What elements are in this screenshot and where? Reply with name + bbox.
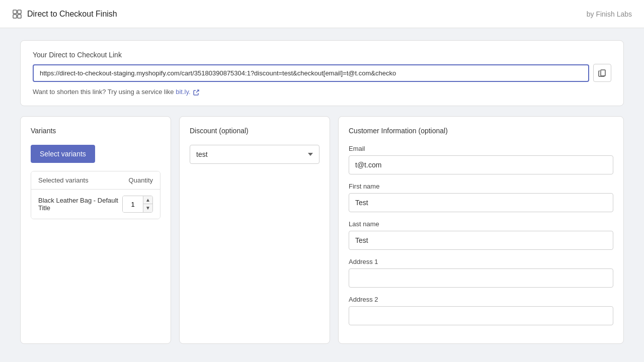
svg-rect-0 <box>13 10 17 14</box>
email-label: Email <box>349 145 613 152</box>
checkout-link-input[interactable] <box>33 64 589 82</box>
svg-rect-4 <box>601 70 605 76</box>
svg-rect-1 <box>18 10 21 14</box>
address2-label: Address 2 <box>349 296 613 303</box>
clipboard-icon <box>598 69 606 77</box>
link-label: Your Direct to Checkout Link <box>33 51 611 59</box>
discount-select[interactable]: test <box>190 145 319 164</box>
bitly-link[interactable]: bit.ly. <box>176 88 199 96</box>
link-input-row <box>33 64 611 82</box>
variants-panel-title: Variants <box>31 127 160 135</box>
variant-name: Black Leather Bag - Default Title <box>38 197 122 212</box>
quantity-col-header: Quantity <box>129 176 153 184</box>
address1-input[interactable] <box>349 268 613 288</box>
quantity-spinner: ▲ ▼ <box>122 196 153 213</box>
header-byline: by Finish Labs <box>587 10 632 18</box>
grid-icon <box>12 9 22 19</box>
address1-field-group: Address 1 <box>349 258 613 288</box>
firstname-field-group: First name <box>349 183 613 212</box>
email-field-group: Email <box>349 145 613 174</box>
discount-panel-title: Discount (optional) <box>190 127 319 135</box>
svg-rect-2 <box>13 15 17 18</box>
customer-panel-title: Customer Information (optional) <box>349 127 613 135</box>
address2-field-group: Address 2 <box>349 296 613 325</box>
header-left: Direct to Checkout Finish <box>12 9 117 19</box>
three-columns: Variants Select variants Selected varian… <box>20 116 624 344</box>
variants-table: Selected variants Quantity Black Leather… <box>31 171 160 219</box>
quantity-up-arrow[interactable]: ▲ <box>143 196 152 204</box>
header: Direct to Checkout Finish by Finish Labs <box>0 0 644 28</box>
address1-label: Address 1 <box>349 258 613 265</box>
quantity-down-arrow[interactable]: ▼ <box>143 204 152 212</box>
copy-link-button[interactable] <box>593 64 611 82</box>
shorten-suggestion: Want to shorten this link? Try using a s… <box>33 88 611 96</box>
table-row: Black Leather Bag - Default Title ▲ ▼ <box>31 190 160 219</box>
quantity-arrows: ▲ ▼ <box>143 196 152 212</box>
lastname-input[interactable] <box>349 231 613 250</box>
email-input[interactable] <box>349 155 613 174</box>
variants-panel: Variants Select variants Selected varian… <box>20 116 171 344</box>
external-link-icon <box>193 89 199 96</box>
select-variants-button[interactable]: Select variants <box>31 145 95 163</box>
main-content: Your Direct to Checkout Link Want to sho… <box>0 28 644 356</box>
firstname-label: First name <box>349 183 613 190</box>
firstname-input[interactable] <box>349 193 613 212</box>
quantity-input[interactable] <box>123 196 143 212</box>
svg-rect-3 <box>18 15 21 18</box>
checkout-link-box: Your Direct to Checkout Link Want to sho… <box>20 40 624 106</box>
app-title: Direct to Checkout Finish <box>27 10 117 19</box>
address2-input[interactable] <box>349 306 613 325</box>
lastname-label: Last name <box>349 220 613 228</box>
customer-panel: Customer Information (optional) Email Fi… <box>338 116 624 344</box>
variants-table-header: Selected variants Quantity <box>31 171 160 190</box>
discount-panel: Discount (optional) test <box>179 116 330 344</box>
variants-col-header: Selected variants <box>38 176 89 184</box>
lastname-field-group: Last name <box>349 220 613 250</box>
